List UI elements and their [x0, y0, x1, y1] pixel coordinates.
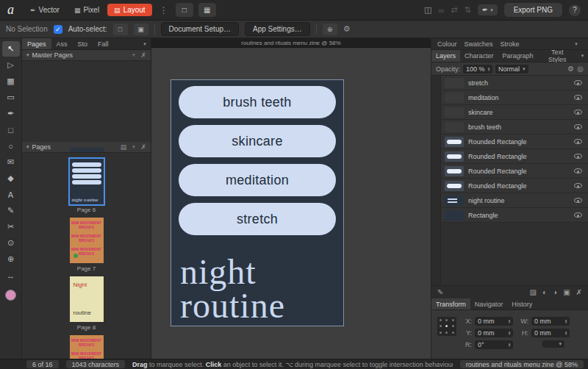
panel-tab[interactable]: Character: [460, 50, 498, 62]
document-setup-button[interactable]: Document Setup…: [161, 22, 240, 36]
link-icon[interactable]: ∞: [438, 6, 444, 15]
visibility-eye-icon[interactable]: [574, 154, 582, 159]
move-tool[interactable]: ↖: [2, 41, 20, 57]
opacity-input[interactable]: 100 % ▴▾: [463, 65, 492, 74]
visibility-eye-icon[interactable]: [574, 95, 582, 100]
rectangle-tool[interactable]: □: [2, 122, 20, 137]
text-tool[interactable]: A: [2, 187, 20, 202]
page-thumbnail[interactable]: Night routine: [70, 276, 104, 322]
ellipse-tool[interactable]: ○: [2, 138, 20, 154]
insert-artboard-icon[interactable]: □: [176, 3, 193, 17]
layer-row[interactable]: Rounded Rectangle: [431, 149, 588, 164]
flip-vertical-icon[interactable]: ⇅: [465, 5, 471, 15]
delete-layer-icon[interactable]: ✗: [576, 288, 582, 296]
gear-icon[interactable]: ⚙: [343, 24, 351, 34]
visibility-eye-icon[interactable]: [574, 212, 582, 218]
panel-tab[interactable]: History: [507, 298, 537, 309]
layer-select-strip[interactable]: [431, 208, 441, 222]
delete-master-page-icon[interactable]: ✗: [140, 51, 146, 59]
layer-row[interactable]: brush teeth: [431, 120, 588, 135]
mode-pixel[interactable]: ▦ Pixel: [68, 4, 106, 16]
edit-layer-icon[interactable]: ✎: [437, 288, 443, 296]
pen-tool[interactable]: ✒: [2, 106, 20, 121]
gear-icon[interactable]: ⚙: [567, 65, 574, 73]
layer-row[interactable]: meditation: [431, 90, 588, 105]
left-panel-tab[interactable]: Sto: [73, 38, 93, 49]
table-tool[interactable]: ▦: [2, 74, 20, 89]
app-settings-button[interactable]: App Settings…: [245, 22, 310, 36]
shape-tool[interactable]: ◆: [2, 171, 20, 186]
mask-icon[interactable]: ◐: [542, 288, 547, 296]
master-pages-header[interactable]: ▾ Master Pages + ✗: [22, 50, 151, 61]
mode-vector[interactable]: ✒ Vector: [24, 4, 66, 16]
artboard-tool[interactable]: ▭: [2, 90, 20, 105]
stepper-icon[interactable]: ▴▾: [488, 67, 490, 71]
flip-horizontal-icon[interactable]: ⇄: [451, 5, 457, 15]
page-thumbnail[interactable]: night routine: [70, 159, 104, 204]
artboard[interactable]: brush teeth skincare meditation stretch: [171, 79, 344, 326]
panel-tab[interactable]: Transform: [431, 298, 470, 309]
panel-tab[interactable]: Navigator: [470, 298, 508, 309]
page-item[interactable]: night routine Page 6: [70, 159, 104, 213]
more-menu-icon[interactable]: ⋮: [157, 5, 171, 15]
stepper-icon[interactable]: ▴▾: [508, 319, 510, 323]
visibility-eye-icon[interactable]: [574, 198, 582, 203]
page-item[interactable]: Night routine Page 8: [70, 276, 104, 331]
stepper-icon[interactable]: ▴▾: [564, 319, 567, 323]
page-thumbnail[interactable]: [70, 148, 104, 152]
layer-row[interactable]: stretch: [431, 76, 588, 90]
stepper-icon[interactable]: ▴▾: [508, 343, 510, 347]
zoom-tool[interactable]: ⊕: [2, 251, 20, 267]
layer-select-strip[interactable]: [431, 149, 441, 163]
page-indicator[interactable]: 6 of 16: [26, 360, 59, 368]
layer-select-strip[interactable]: [431, 135, 441, 148]
envelope-tool[interactable]: ✉: [2, 154, 20, 170]
layer-row[interactable]: night routine: [431, 193, 588, 208]
node-tool[interactable]: ▷: [2, 57, 20, 73]
layer-select-strip[interactable]: [431, 105, 441, 119]
layer-row[interactable]: Rounded Rectangle: [431, 179, 588, 193]
units-dropdown[interactable]: ▾: [542, 340, 564, 348]
layer-select-strip[interactable]: [431, 76, 441, 90]
chevron-down-icon[interactable]: ▾: [570, 41, 582, 47]
panel-tab[interactable]: Layers: [431, 50, 460, 62]
page-thumbnail[interactable]: MINI MOVEMENT BREAKSMINI MOVEMENT BREAKS…: [70, 335, 104, 359]
canvas-title-text[interactable]: night routine: [180, 255, 285, 323]
page-item[interactable]: MINI MOVEMENT BREAKSMINI MOVEMENT BREAKS…: [70, 335, 104, 359]
page-item[interactable]: [70, 148, 104, 154]
layer-select-strip[interactable]: [431, 90, 441, 104]
visibility-eye-icon[interactable]: [574, 139, 582, 144]
auto-select-checkbox[interactable]: ✓: [54, 25, 62, 34]
canvas-pill[interactable]: skincare: [179, 125, 336, 157]
canvas-area[interactable]: routines and rituals menu zine @ 58% bru…: [151, 38, 431, 359]
pen-settings-dropdown[interactable]: ✒ ▾: [478, 4, 498, 15]
document-tab[interactable]: routines and rituals menu zine @ 58%: [151, 38, 431, 48]
visibility-eye-icon[interactable]: [574, 124, 582, 129]
panel-tab[interactable]: Paragraph: [498, 50, 538, 62]
layer-row[interactable]: Rounded Rectangle: [431, 135, 588, 149]
disclosure-triangle-icon[interactable]: ▾: [26, 52, 29, 58]
height-input[interactable]: 0 mm ▴▾: [531, 329, 570, 337]
page-thumbnail[interactable]: MINI MOVEMENT BREAKSMINI MOVEMENT BREAKS…: [70, 218, 104, 263]
layer-row[interactable]: Rounded Rectangle: [431, 164, 588, 179]
layer-row[interactable]: Rectangle: [431, 208, 588, 223]
mode-layout[interactable]: ▤ Layout: [107, 4, 152, 16]
visibility-eye-icon[interactable]: [574, 183, 582, 188]
visibility-eye-icon[interactable]: [574, 168, 582, 173]
canvas-pill[interactable]: stretch: [179, 203, 336, 235]
layer-row[interactable]: skincare: [431, 105, 588, 120]
stepper-icon[interactable]: ▴▾: [508, 331, 510, 335]
knife-tool[interactable]: ✂: [2, 219, 20, 234]
fill-icon[interactable]: ▨: [530, 288, 537, 296]
chevron-down-icon[interactable]: ▾: [577, 50, 588, 62]
select-object-mode-icon[interactable]: □: [113, 24, 128, 35]
panel-tab[interactable]: Text Styles: [538, 50, 577, 62]
canvas-pill[interactable]: brush teeth: [179, 86, 336, 118]
visibility-eye-icon[interactable]: [574, 110, 582, 115]
document-zoom-status[interactable]: routines and rituals menu zine @ 58%: [460, 360, 584, 368]
pencil-tool[interactable]: ✎: [2, 203, 20, 218]
stepper-icon[interactable]: ▴▾: [564, 331, 567, 335]
left-panel-tab[interactable]: Fall: [93, 38, 114, 49]
add-master-page-icon[interactable]: +: [132, 51, 135, 59]
snapping-icon[interactable]: ⊕: [323, 24, 337, 35]
